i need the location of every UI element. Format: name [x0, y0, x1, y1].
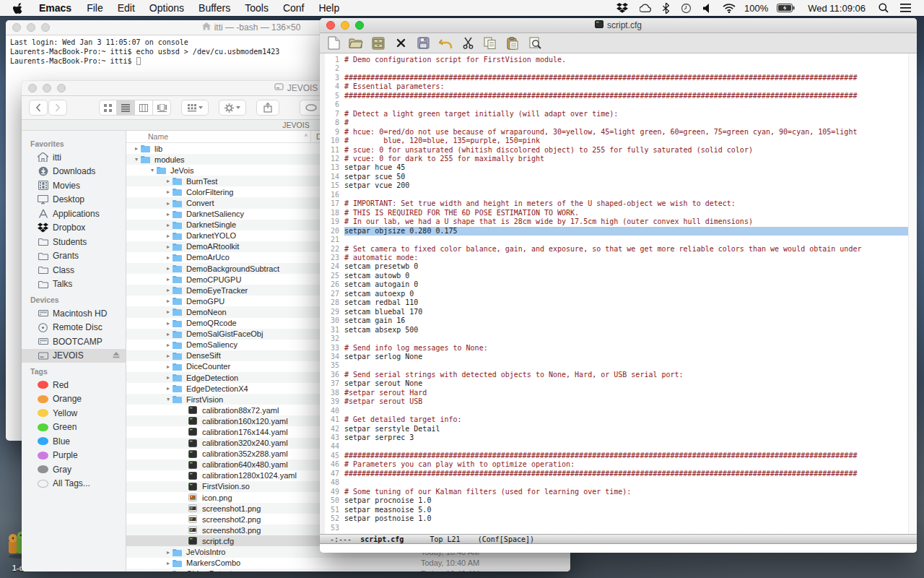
buffer-line-36[interactable]: 36# Send serial strings with detected ob… [325, 371, 908, 379]
buffer-line-35[interactable]: 35 [325, 361, 908, 370]
spotlight-search-icon[interactable] [879, 3, 889, 13]
buffer-line-40[interactable]: 40 [325, 407, 908, 415]
buffer-line-34[interactable]: 34setpar serlog None [325, 353, 908, 361]
buffer-line-49[interactable]: 49# Some tuning of our Kalman filters (u… [325, 488, 908, 496]
disclosure-right-icon[interactable]: ▸ [164, 222, 173, 228]
zoom-button[interactable] [57, 84, 66, 92]
bluetooth-icon[interactable] [663, 3, 669, 14]
disclosure-right-icon[interactable]: ▸ [164, 385, 173, 392]
sidebar-item-talks[interactable]: Talks [22, 277, 126, 292]
buffer-line-8[interactable]: 8# [325, 118, 908, 127]
buffer-line-22[interactable]: 22# Set camera to fixed color balance, g… [325, 245, 908, 254]
menu-item-conf[interactable]: Conf [276, 0, 312, 16]
menu-item-file[interactable]: File [79, 0, 110, 16]
minimize-button[interactable] [341, 21, 349, 30]
buffer-line-7[interactable]: 7# Detect a light green target initially… [325, 110, 908, 118]
open-file-icon[interactable] [348, 35, 364, 51]
cut-icon[interactable] [460, 35, 476, 51]
menu-clock[interactable]: Wed 11:09:06 [808, 3, 866, 14]
buffer-line-25[interactable]: 25setcam autowb 0 [325, 272, 908, 280]
icon-view-button[interactable] [99, 100, 117, 116]
copy-icon[interactable] [482, 35, 498, 51]
buffer-line-43[interactable]: 43setpar serprec 3 [325, 434, 908, 442]
close-button[interactable] [326, 21, 335, 30]
buffer-line-23[interactable]: 23# automatic mode: [325, 254, 908, 262]
sidebar-item-itti[interactable]: itti [22, 150, 126, 165]
finder-window-controls[interactable] [28, 84, 66, 92]
buffer-line-38[interactable]: 38#setpar serout Hard [325, 389, 908, 397]
close-button[interactable] [28, 84, 37, 92]
disclosure-down-icon[interactable]: ▾ [164, 396, 173, 402]
menu-item-options[interactable]: Options [142, 0, 191, 16]
time-machine-icon[interactable] [681, 3, 692, 14]
buffer-line-47[interactable]: 47######################################… [325, 470, 908, 478]
action-gear-button[interactable] [219, 100, 246, 116]
disclosure-right-icon[interactable]: ▸ [164, 309, 173, 315]
disclosure-right-icon[interactable]: ▸ [164, 342, 173, 348]
battery-icon[interactable] [777, 4, 795, 12]
disclosure-right-icon[interactable]: ▸ [164, 571, 173, 571]
buffer-line-21[interactable]: 21 [325, 236, 908, 244]
buffer-line-30[interactable]: 30setcam gain 16 [325, 316, 908, 325]
disclosure-right-icon[interactable]: ▸ [164, 265, 173, 272]
notification-center-icon[interactable] [900, 4, 911, 12]
buffer-line-20[interactable]: 20setpar objsize 0.280 0.175 [325, 227, 908, 236]
buffer-line-42[interactable]: 42setpar serstyle Detail [325, 425, 908, 434]
disclosure-right-icon[interactable]: ▸ [164, 298, 173, 304]
buffer-line-12[interactable]: 12# vcue: 0 for dark to 255 for maximall… [325, 155, 908, 163]
buffer-line-17[interactable]: 17# IMPORTANT: Set true width and height… [325, 199, 908, 208]
buffer-line-41[interactable]: 41# Get detailed target info: [325, 415, 908, 424]
volume-icon[interactable] [703, 4, 711, 13]
sidebar-item-students[interactable]: Students [22, 235, 126, 249]
buffer-line-13[interactable]: 13setpar hcue 45 [325, 163, 908, 172]
buffer-line-44[interactable]: 44 [325, 442, 908, 451]
sidebar-item-yellow[interactable]: Yellow [22, 406, 126, 420]
buffer-line-4[interactable]: 4# Essential parameters: [325, 82, 908, 91]
buffer-line-32[interactable]: 32 [325, 335, 908, 343]
disclosure-right-icon[interactable]: ▸ [132, 145, 141, 152]
menu-item-emacs[interactable]: Emacs [31, 0, 79, 16]
disclosure-right-icon[interactable]: ▸ [164, 560, 173, 566]
menu-item-help[interactable]: Help [311, 0, 346, 16]
group-by-button[interactable] [181, 100, 209, 116]
disclosure-right-icon[interactable]: ▸ [164, 549, 173, 556]
coverflow-view-button[interactable] [153, 100, 171, 116]
sidebar-item-downloads[interactable]: Downloads [22, 165, 126, 179]
buffer-line-53[interactable]: 53 [325, 524, 908, 532]
buffer-line-33[interactable]: 33# Send info log messages to None: [325, 344, 908, 353]
minimize-button[interactable] [27, 23, 35, 32]
disclosure-down-icon[interactable]: ▾ [148, 167, 157, 173]
new-file-icon[interactable] [326, 35, 341, 51]
buffer-line-37[interactable]: 37setpar serout None [325, 379, 908, 388]
sidebar-item-blue[interactable]: Blue [22, 434, 126, 449]
disclosure-right-icon[interactable]: ▸ [164, 189, 173, 195]
sidebar-item-dropbox[interactable]: Dropbox [22, 221, 126, 236]
save-buffer-icon[interactable] [415, 35, 431, 51]
disclosure-right-icon[interactable]: ▸ [164, 178, 173, 184]
buffer-line-45[interactable]: 45######################################… [325, 452, 908, 460]
buffer-line-5[interactable]: 5#######################################… [325, 92, 908, 100]
buffer-line-28[interactable]: 28setcam redbal 110 [325, 298, 908, 307]
sidebar-item-remote-disc[interactable]: Remote Disc [22, 321, 126, 335]
emacs-window-controls[interactable] [326, 21, 364, 30]
column-view-button[interactable] [135, 100, 153, 116]
disclosure-down-icon[interactable]: ▾ [132, 156, 141, 163]
buffer-line-31[interactable]: 31setcam absexp 500 [325, 326, 908, 335]
creative-cloud-icon[interactable] [640, 4, 651, 13]
buffer-line-24[interactable]: 24setcam presetwb 0 [325, 262, 908, 271]
buffer-line-39[interactable]: 39#setpar serout USB [325, 397, 908, 406]
emacs-window[interactable]: script.cfg 1# Demo configuration script … [320, 18, 917, 553]
sidebar-item-grants[interactable]: Grants [22, 249, 126, 264]
buffer-line-19[interactable]: 19# In our lab, we had a U shape that is… [325, 217, 908, 226]
eject-icon[interactable] [113, 350, 120, 361]
buffer-line-6[interactable]: 6 [325, 100, 908, 109]
disclosure-right-icon[interactable]: ▸ [164, 374, 173, 381]
apple-menu[interactable] [0, 3, 31, 14]
buffer-line-29[interactable]: 29setcam bluebal 170 [325, 308, 908, 316]
zoom-button[interactable] [355, 21, 364, 30]
buffer-line-3[interactable]: 3#######################################… [325, 74, 908, 82]
terminal-window-controls[interactable] [12, 23, 50, 32]
close-buffer-icon[interactable] [393, 35, 409, 51]
buffer-line-51[interactable]: 51setpar measnoise 5.0 [325, 506, 908, 514]
zoom-button[interactable] [41, 23, 50, 32]
